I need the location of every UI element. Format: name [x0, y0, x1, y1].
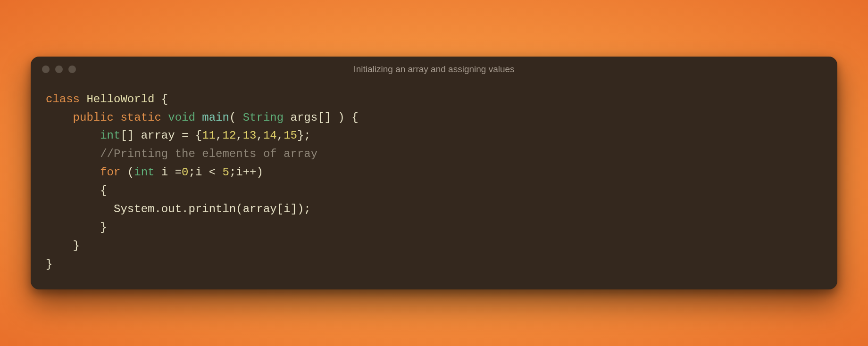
indent — [46, 148, 100, 160]
indent — [46, 221, 100, 234]
type-int: int — [100, 129, 120, 142]
brace: { — [100, 184, 107, 197]
brace: } — [46, 258, 52, 271]
num: 0 — [182, 166, 188, 179]
comma: , — [216, 129, 222, 142]
indent — [46, 184, 100, 197]
array-decl: array = { — [134, 129, 202, 142]
titlebar: Initializing an array and assigning valu… — [31, 57, 837, 82]
indent — [46, 239, 73, 252]
comma: , — [236, 129, 242, 142]
minimize-icon[interactable] — [55, 66, 63, 73]
code-window: Initializing an array and assigning valu… — [31, 57, 837, 290]
println: System.out.println(array[i]); — [114, 203, 311, 215]
indent — [46, 203, 114, 215]
arr-close: }; — [297, 129, 311, 142]
num: 14 — [263, 129, 277, 142]
inc: ;i++) — [229, 166, 263, 179]
brace: { — [154, 93, 168, 106]
zoom-icon[interactable] — [68, 66, 76, 73]
num: 13 — [243, 129, 257, 142]
brackets: [] — [120, 129, 134, 142]
paren: ( — [229, 111, 243, 124]
keyword-class: class — [46, 93, 80, 106]
window-title: Initializing an array and assigning valu… — [31, 64, 837, 74]
brace: } — [73, 239, 80, 252]
indent — [46, 166, 100, 179]
keyword-public: public — [73, 111, 114, 124]
class-name: HelloWorld — [86, 93, 154, 106]
comment: //Printing the elements of array — [100, 148, 317, 160]
comma: , — [277, 129, 284, 142]
num: 12 — [223, 129, 236, 142]
window-controls — [42, 66, 76, 73]
args: args[] ) { — [284, 111, 358, 124]
paren: ( — [120, 166, 134, 179]
indent — [46, 129, 100, 142]
method-main: main — [202, 111, 229, 124]
keyword-for: for — [100, 166, 120, 179]
cond: i < — [195, 166, 223, 179]
type-int: int — [134, 166, 154, 179]
comma: , — [257, 129, 263, 142]
indent — [46, 111, 73, 124]
keyword-void: void — [168, 111, 195, 124]
close-icon[interactable] — [42, 66, 50, 73]
i-eq: i = — [154, 166, 182, 179]
type-string: String — [243, 111, 284, 124]
keyword-static: static — [120, 111, 161, 124]
num: 15 — [284, 129, 297, 142]
semi: ; — [188, 166, 195, 179]
num: 5 — [223, 166, 229, 179]
num: 11 — [202, 129, 216, 142]
code-block: class HelloWorld { public static void ma… — [31, 82, 837, 274]
brace: } — [100, 221, 107, 234]
